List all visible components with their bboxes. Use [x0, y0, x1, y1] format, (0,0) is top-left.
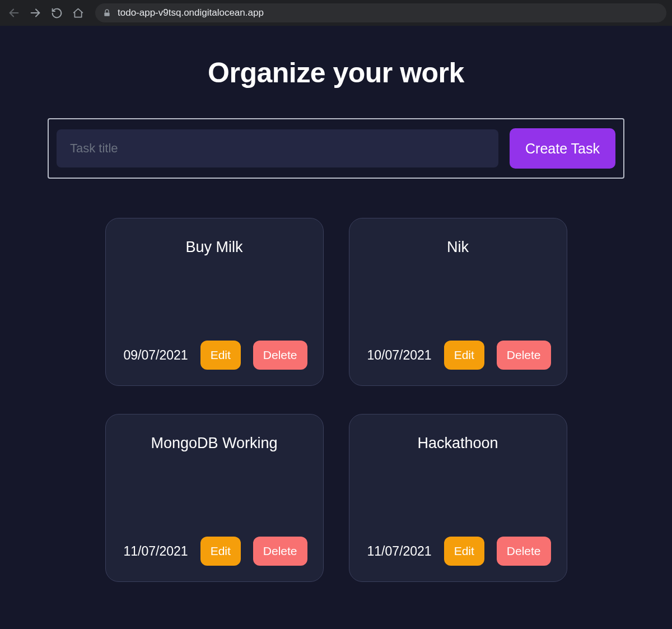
- delete-button[interactable]: Delete: [253, 341, 307, 370]
- create-task-panel: Create Task: [48, 118, 624, 179]
- delete-button[interactable]: Delete: [253, 537, 307, 566]
- task-title: Hackathoon: [367, 435, 549, 452]
- task-title-input[interactable]: [57, 129, 498, 167]
- delete-button[interactable]: Delete: [497, 341, 551, 370]
- url-text: todo-app-v9tsq.ondigitalocean.app: [118, 7, 264, 18]
- task-title: Buy Milk: [124, 239, 305, 256]
- home-button[interactable]: [69, 4, 86, 21]
- edit-button[interactable]: Edit: [444, 341, 484, 370]
- task-date: 11/07/2021: [367, 544, 432, 559]
- edit-button[interactable]: Edit: [200, 537, 241, 566]
- edit-button[interactable]: Edit: [200, 341, 241, 370]
- back-button[interactable]: [6, 4, 22, 21]
- task-card: Nik 10/07/2021 Edit Delete: [349, 218, 567, 386]
- task-title: Nik: [367, 239, 549, 256]
- task-footer: 11/07/2021 Edit Delete: [367, 537, 549, 566]
- task-date: 09/07/2021: [124, 348, 188, 363]
- browser-toolbar: todo-app-v9tsq.ondigitalocean.app: [0, 0, 672, 26]
- reload-icon: [51, 7, 63, 19]
- edit-button[interactable]: Edit: [444, 537, 484, 566]
- task-card: MongoDB Working 11/07/2021 Edit Delete: [105, 414, 324, 582]
- page-content: Organize your work Create Task Buy Milk …: [0, 26, 672, 629]
- forward-button[interactable]: [27, 4, 44, 21]
- arrow-left-icon: [8, 7, 20, 19]
- address-bar[interactable]: todo-app-v9tsq.ondigitalocean.app: [95, 3, 666, 22]
- reload-button[interactable]: [48, 4, 65, 21]
- task-title: MongoDB Working: [124, 435, 305, 452]
- lock-icon: [103, 8, 111, 17]
- task-date: 10/07/2021: [367, 348, 432, 363]
- task-date: 11/07/2021: [124, 544, 188, 559]
- svg-rect-2: [104, 12, 109, 16]
- arrow-right-icon: [29, 7, 41, 19]
- page-title: Organize your work: [0, 57, 672, 89]
- home-icon: [72, 7, 84, 19]
- task-footer: 09/07/2021 Edit Delete: [124, 341, 305, 370]
- create-task-button[interactable]: Create Task: [510, 128, 615, 169]
- task-card: Hackathoon 11/07/2021 Edit Delete: [349, 414, 567, 582]
- task-footer: 10/07/2021 Edit Delete: [367, 341, 549, 370]
- delete-button[interactable]: Delete: [497, 537, 551, 566]
- task-footer: 11/07/2021 Edit Delete: [124, 537, 305, 566]
- task-card: Buy Milk 09/07/2021 Edit Delete: [105, 218, 324, 386]
- tasks-grid: Buy Milk 09/07/2021 Edit Delete Nik 10/0…: [0, 218, 672, 582]
